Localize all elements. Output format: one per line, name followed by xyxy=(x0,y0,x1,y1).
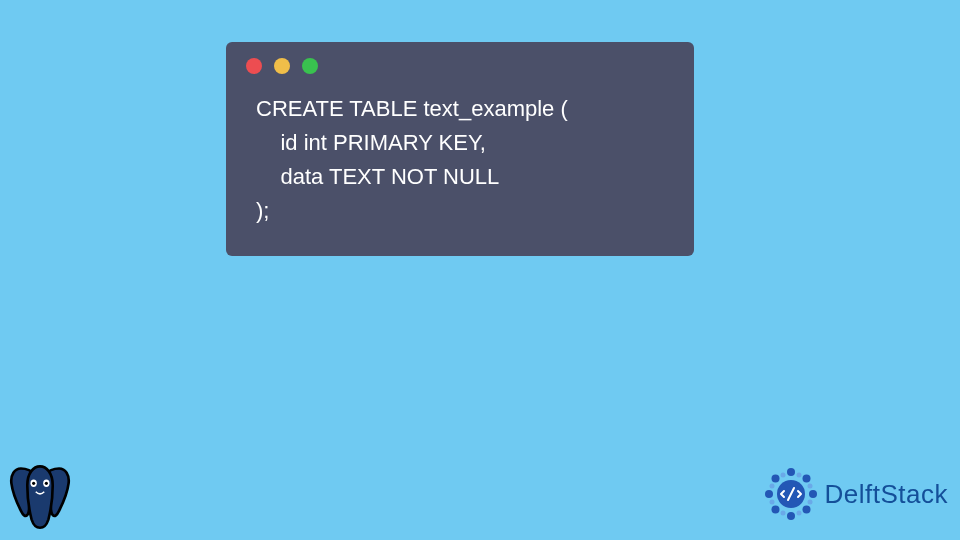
delftstack-brand-text: DelftStack xyxy=(825,479,949,510)
window-titlebar xyxy=(226,42,694,84)
svg-point-6 xyxy=(809,490,817,498)
svg-point-12 xyxy=(796,473,801,478)
code-line: id int PRIMARY KEY, xyxy=(256,130,486,155)
svg-point-14 xyxy=(807,500,812,505)
close-icon xyxy=(246,58,262,74)
svg-point-4 xyxy=(787,468,795,476)
delftstack-brand: DelftStack xyxy=(763,466,949,522)
code-line: ); xyxy=(256,198,269,223)
minimize-icon xyxy=(274,58,290,74)
svg-point-19 xyxy=(780,473,785,478)
code-window: CREATE TABLE text_example ( id int PRIMA… xyxy=(226,42,694,256)
svg-point-3 xyxy=(45,482,48,485)
maximize-icon xyxy=(302,58,318,74)
svg-point-16 xyxy=(780,511,785,516)
svg-point-7 xyxy=(802,506,810,514)
svg-point-17 xyxy=(769,500,774,505)
svg-point-10 xyxy=(765,490,773,498)
svg-point-15 xyxy=(796,511,801,516)
svg-point-9 xyxy=(771,506,779,514)
code-block: CREATE TABLE text_example ( id int PRIMA… xyxy=(226,84,694,238)
svg-point-5 xyxy=(802,475,810,483)
code-line: data TEXT NOT NULL xyxy=(256,164,499,189)
code-line: CREATE TABLE text_example ( xyxy=(256,96,568,121)
svg-point-18 xyxy=(769,484,774,489)
delftstack-badge-icon xyxy=(763,466,819,522)
svg-point-2 xyxy=(32,482,35,485)
postgresql-logo-icon xyxy=(6,460,74,532)
svg-point-8 xyxy=(787,512,795,520)
svg-point-11 xyxy=(771,475,779,483)
svg-point-13 xyxy=(807,484,812,489)
